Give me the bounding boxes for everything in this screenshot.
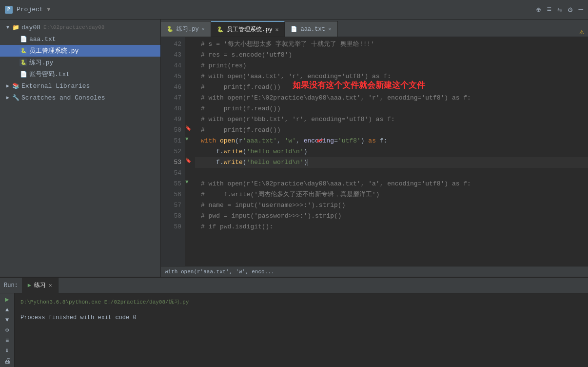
settings-icon[interactable]: ⚙ — [568, 5, 573, 15]
folder-label-day08: day08 — [21, 24, 40, 31]
code-content[interactable]: 如果没有这个文件就会新建这个文件 ↙ # s = '每大小想想太多 字就元举了 … — [195, 37, 588, 266]
txt-file-icon2: 📄 — [20, 70, 27, 78]
dot-1: . — [220, 146, 224, 157]
tab-lianxi-py[interactable]: 🐍 练习.py ✕ — [161, 21, 211, 37]
bottom-tab-run[interactable]: ▶ 练习 ✕ — [22, 278, 59, 293]
sidebar-item-day08[interactable]: ▼ 📁 day08 E:\02practice\day08 — [0, 21, 160, 33]
run-tab-label: 练习 — [34, 281, 46, 289]
ln-53: 53 — [163, 157, 181, 168]
gutter-43 — [185, 48, 195, 59]
fn-write2: write — [224, 157, 243, 168]
code-line-45: # with open('aaa.txt', 'r', encoding='ut… — [195, 71, 588, 82]
code-line-58: # pwd = input('password>>>:').strip() — [195, 211, 588, 222]
code-line-46: # print(f.read()) — [195, 82, 588, 93]
run-result: Process finished with exit code 0 — [20, 313, 582, 323]
dropdown-arrow[interactable]: ▼ — [47, 7, 51, 13]
gutter-46 — [185, 80, 195, 91]
layout-button[interactable]: ≡ — [2, 336, 13, 345]
print-button[interactable]: 🖨 — [2, 357, 13, 365]
warning-area: ⚠ — [579, 27, 588, 37]
toolbar-left: P Project ▼ — [5, 6, 50, 14]
project-label: Project — [17, 6, 43, 13]
var-f2: f — [216, 146, 220, 157]
str-aaa: 'aaa.txt' — [243, 136, 277, 146]
line-numbers: 42 43 44 45 46 47 48 49 50 51 52 53 54 5… — [161, 37, 185, 266]
code-line-51: with open(r'aaa.txt', 'w', encoding='utf… — [195, 136, 588, 146]
ln-51: 51 — [163, 136, 181, 146]
pin-button[interactable]: ⬇ — [2, 347, 13, 355]
paren-4: ) — [304, 146, 308, 157]
sidebar-item-aaa-txt[interactable]: 📄 aaa.txt — [0, 33, 160, 45]
paren-5: ( — [243, 157, 247, 168]
code-line-42: # s = '每大小想想太多 字就元举了 十就元了 奥里给!!!' — [195, 39, 588, 50]
folder-path-day08: E:\02practice\day08 — [43, 24, 104, 30]
gutter-47 — [185, 91, 195, 102]
sidebar-item-account-txt[interactable]: 📄 账号密码.txt — [0, 68, 160, 80]
code-editor[interactable]: 42 43 44 45 46 47 48 49 50 51 52 53 54 5… — [161, 37, 588, 266]
comma-1: , — [277, 136, 285, 146]
punc-paren2: ) — [361, 136, 369, 146]
settings-run-button[interactable]: ⚙ — [2, 326, 13, 334]
gutter-48 — [185, 102, 195, 112]
sidebar-item-scratches[interactable]: ▶ 🔧 Scratches and Consoles — [0, 92, 160, 103]
ln-47: 47 — [163, 93, 181, 103]
sidebar-tree: ▼ 📁 day08 E:\02practice\day08 📄 aaa.txt … — [0, 20, 160, 277]
code-line-56: # f.write('周杰伦多久了还不出新专辑，真是磨洋工') — [195, 189, 588, 200]
code-43-text: # res = s.encode('utf8') — [201, 50, 292, 61]
minimize-icon[interactable]: — — [578, 5, 583, 14]
tab-icon-lianxi: 🐍 — [167, 26, 174, 32]
tab-close-employee[interactable]: ✕ — [275, 26, 279, 33]
sidebar-label-lianxi-py: 练习.py — [29, 58, 53, 67]
str-utf8: 'utf8' — [338, 136, 361, 146]
param-encoding: encoding — [304, 136, 334, 146]
status-bar: with open(r'aaa.txt', 'w', enco... — [161, 266, 588, 277]
code-42-text: # s = '每大小想想太多 字就元举了 十就元了 奥里给!!!' — [201, 39, 374, 50]
str-w: 'w' — [285, 136, 296, 146]
play-button[interactable]: ▶ — [2, 295, 13, 304]
sidebar-item-ext-libs[interactable]: ▶ 📚 External Libraries — [0, 80, 160, 92]
ln-46: 46 — [163, 82, 181, 93]
code-line-57: # name = input('username>>>:').strip() — [195, 200, 588, 211]
tab-close-lianxi[interactable]: ✕ — [202, 26, 205, 32]
tab-employee-py[interactable]: 🐍 员工管理系统.py ✕ — [211, 21, 285, 37]
gutter-57 — [185, 198, 195, 209]
code-line-54 — [195, 168, 588, 179]
project-icon: P — [5, 6, 13, 14]
sidebar: ▼ 📁 day08 E:\02practice\day08 📄 aaa.txt … — [0, 20, 161, 277]
folder-icon: 📁 — [12, 23, 20, 31]
console-icon: 🔧 — [12, 94, 20, 102]
ln-55: 55 — [163, 179, 181, 189]
run-tab-close[interactable]: ✕ — [49, 282, 52, 288]
sidebar-item-employee-py[interactable]: 🐍 员工管理系统.py — [0, 45, 160, 57]
bottom-panel: Run: ▶ 练习 ✕ ▶ ▲ ▼ ⚙ ≡ ⬇ 🖨 D:\Python3.6.8… — [0, 277, 588, 367]
code-46-text: # print(f.read()) — [201, 82, 281, 93]
ln-52: 52 — [163, 146, 181, 157]
code-44-text: # print(res) — [201, 61, 247, 71]
sidebar-item-lianxi-py[interactable]: 🐍 练习.py — [0, 57, 160, 68]
ln-43: 43 — [163, 50, 181, 61]
tab-close-aaa[interactable]: ✕ — [328, 26, 332, 32]
scroll-down-button[interactable]: ▼ — [2, 316, 13, 324]
bottom-panel-content: ▶ ▲ ▼ ⚙ ≡ ⬇ 🖨 D:\Python3.6.8\python.exe … — [0, 293, 588, 367]
bottom-tabs: Run: ▶ 练习 ✕ — [0, 278, 588, 293]
code-56-text: # f.write('周杰伦多久了还不出新专辑，真是磨洋工') — [201, 189, 380, 200]
expand-arrow-scratches: ▶ — [4, 94, 12, 102]
new-file-icon[interactable]: ⊕ — [536, 5, 541, 15]
tab-aaa-txt[interactable]: 📄 aaa.txt ✕ — [285, 21, 337, 37]
str-hello1: 'hello world\n' — [247, 146, 304, 157]
code-line-49: # with open(r'bbb.txt', 'r', encoding='u… — [195, 114, 588, 125]
gutter-44 — [185, 59, 195, 69]
paren-6: ) — [304, 157, 308, 168]
sidebar-label-employee-py: 员工管理系统.py — [29, 46, 78, 55]
var-f: f: — [380, 136, 388, 146]
scroll-up-button[interactable]: ▲ — [2, 306, 13, 314]
code-50-text: # print(f.read()) — [201, 125, 281, 136]
code-59-text: # if pwd.isdigit(): — [201, 222, 273, 232]
sync-icon[interactable]: ⇆ — [557, 5, 562, 15]
indent-53 — [201, 157, 216, 168]
code-line-44: # print(res) — [195, 61, 588, 71]
tabs-bar: 🐍 练习.py ✕ 🐍 员工管理系统.py ✕ 📄 aaa.txt ✕ ⚠ — [161, 20, 588, 37]
code-55-text: # with open(r'E:\02practice\day08\aaa.tx… — [201, 179, 471, 189]
code-47-encoding: encoding — [387, 93, 417, 103]
structure-icon[interactable]: ≡ — [547, 5, 552, 14]
